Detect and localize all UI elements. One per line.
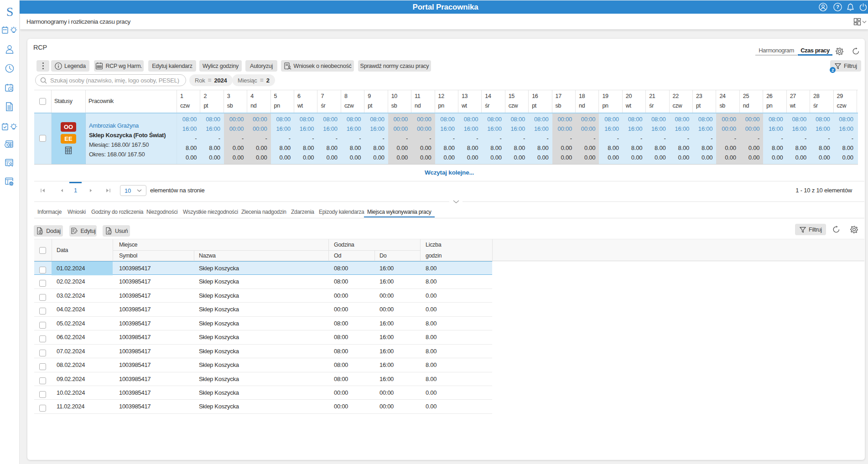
svg-text:?: ? (836, 4, 839, 10)
